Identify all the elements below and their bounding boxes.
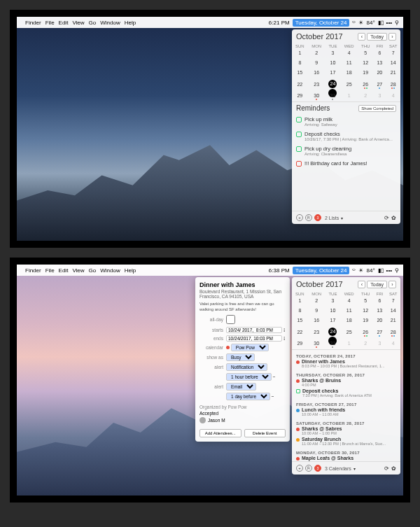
calendar-day[interactable]: 11 [340,59,358,69]
calendar-day[interactable]: 2 [358,339,373,349]
menubar-time[interactable]: 6:38 PM [269,267,290,274]
reminder-item[interactable]: !!! Birthday card for James! [292,158,400,169]
calendar-day[interactable]: 26 [358,326,373,339]
calendar-day[interactable]: 12 [358,59,373,69]
menu-view[interactable]: View [72,267,84,274]
calendar-day[interactable]: 23 [308,326,326,339]
calendar-day[interactable]: 15 [292,316,308,326]
calendar-day[interactable]: 22 [292,78,308,92]
next-month-button[interactable]: › [388,281,396,288]
event-item[interactable]: Deposit checks7:30 PM | Arriving: Bank o… [296,388,396,398]
weather-icon[interactable]: ☀ [358,267,363,274]
alert1-time-select[interactable]: 1 hour before [226,373,272,381]
menu-help[interactable]: Help [125,267,136,274]
menu-file[interactable]: File [46,20,55,26]
menubar-time[interactable]: 6:21 PM [269,20,290,26]
calendar-day[interactable]: 16 [308,69,326,78]
calendar-day[interactable]: 8 [292,59,308,69]
today-button[interactable]: Today [367,33,387,41]
calendar-day[interactable]: 27 [373,326,386,339]
calendar-day[interactable]: 18 [340,316,358,326]
calendar-day[interactable]: 27 [373,78,386,92]
app-name[interactable]: Finder [25,20,41,26]
calendar-day[interactable]: 20 [373,316,386,326]
alert2-time-select[interactable]: 1 day before [226,393,270,400]
calendar-day[interactable]: 24 [326,326,341,339]
wifi-icon[interactable]: ⌔ [352,267,356,274]
calendar-day[interactable]: 3 [326,49,341,59]
event-item[interactable]: Dinner with James8:03 PM – 10:03 PM | Bo… [296,358,396,369]
reminder-item[interactable]: Pick up dry cleaningArriving: Cleanersfi… [292,143,400,158]
refresh-icon[interactable]: ⟳ [384,215,389,221]
battery-icon[interactable]: ▮▯ [378,20,384,26]
alert1-type-select[interactable]: Notification [226,363,267,371]
add-button[interactable]: + [296,465,303,472]
event-item[interactable]: Sharks @ Bruins4:00 PM [296,377,396,388]
settings-icon[interactable]: ✿ [391,465,396,472]
calendar-day[interactable]: 23 [308,78,326,92]
calendar-day[interactable]: 20 [373,69,386,78]
menubar-date[interactable]: Tuesday, October 24 [293,19,350,27]
reminder-checkbox[interactable] [296,146,302,152]
calendar-day[interactable]: 22 [292,326,308,339]
add-button[interactable]: + [296,214,303,221]
calendar-day[interactable]: 28 [386,326,400,339]
reminder-checkbox[interactable] [296,117,302,122]
calendar-day[interactable]: 28 [386,78,400,92]
calendar-day[interactable]: 4 [386,339,400,349]
calendar-day[interactable]: 4 [386,92,400,101]
overflow-icon[interactable]: ••• [386,20,392,26]
event-note[interactable]: Valet parking is free and then we can go… [200,302,286,313]
calendar-select[interactable]: Pow Pow [231,344,269,351]
add-attendees-button[interactable]: Add Attendees... [200,429,241,437]
calendar-day[interactable]: 5 [358,297,373,307]
calendar-day[interactable]: 9 [308,59,326,69]
calendar-day[interactable]: 6 [373,49,386,59]
calendar-day[interactable]: 3 [373,92,386,101]
calendar-day[interactable]: 14 [386,307,400,316]
calendar-day[interactable]: 21 [386,316,400,326]
calendar-day[interactable]: 18 [340,69,358,78]
calendar-grid[interactable]: SUNMONTUEWEDTHUFRISAT1234567891011121314… [292,291,400,349]
calendar-day[interactable]: 29 [292,339,308,349]
notification-badge[interactable]: 3 [314,465,321,472]
calendar-day[interactable]: 19 [358,69,373,78]
reminder-item[interactable]: Deposit checks10/26/17, 7:30 PM | Arrivi… [292,129,400,143]
weather-icon[interactable]: ☀ [358,20,363,26]
calendar-day[interactable]: 10 [326,59,341,69]
calendar-day[interactable]: 31 [326,92,341,101]
showas-select[interactable]: Busy [226,353,255,361]
menu-window[interactable]: Window [100,267,120,274]
menu-edit[interactable]: Edit [59,267,69,274]
calendar-day[interactable]: 7 [386,49,400,59]
starts-field[interactable] [226,327,282,333]
calendar-day[interactable]: 25 [340,326,358,339]
calendar-day[interactable]: 30 [308,92,326,101]
search-icon[interactable]: ⚲ [395,20,399,26]
calendar-day[interactable]: 1 [292,297,308,307]
paste-button[interactable]: ⎘ [305,214,312,221]
calendar-day[interactable]: 3 [326,297,341,307]
event-location[interactable]: Boulevard Restaurant, 1 Mission St, San … [200,289,286,299]
paste-button[interactable]: ⎘ [305,465,312,472]
menu-help[interactable]: Help [125,20,136,26]
calendar-day[interactable]: 5 [358,49,373,59]
alert2-type-select[interactable]: Email [226,383,256,391]
calendar-day[interactable]: 3 [373,339,386,349]
calendar-day[interactable]: 10 [326,307,341,316]
delete-event-button[interactable]: Delete Event [244,429,286,437]
battery-icon[interactable]: ▮▯ [378,267,384,274]
reminder-checkbox[interactable] [296,161,302,167]
event-item[interactable]: Lunch with friends10:00 AM – 11:00 AM [296,407,396,417]
wifi-icon[interactable]: ⌔ [352,20,356,26]
calendar-day[interactable]: 11 [340,307,358,316]
remove-alert-icon[interactable]: − [273,374,276,379]
calendar-day[interactable]: 1 [340,339,358,349]
calendar-day[interactable]: 26 [358,78,373,92]
show-completed-button[interactable]: Show Completed [358,105,396,112]
calendar-day[interactable]: 25 [340,78,358,92]
menu-go[interactable]: Go [89,267,97,274]
calendar-day[interactable]: 4 [340,49,358,59]
event-title[interactable]: Dinner with James [200,281,286,288]
calendar-day[interactable]: 13 [373,59,386,69]
